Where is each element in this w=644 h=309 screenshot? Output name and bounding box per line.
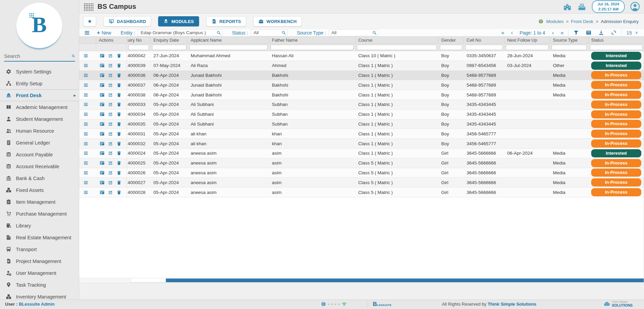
view-details-icon[interactable]: [100, 151, 105, 156]
table-row[interactable]: 4000042 27-Jun-2024 Muhammad Ahmed Hassa…: [79, 51, 644, 61]
delete-icon[interactable]: [116, 73, 122, 78]
table-row[interactable]: 4000024 05-Apr-2024 aneesa asim asim Cla…: [79, 149, 644, 158]
row-menu-icon[interactable]: [83, 122, 88, 127]
app-launcher-icon[interactable]: [83, 3, 93, 11]
sidebar-item-real-estate-management[interactable]: Real Estate Management: [0, 231, 79, 243]
page-size-select[interactable]: 15 ∨: [626, 30, 638, 36]
row-menu-icon[interactable]: [83, 131, 88, 136]
filter-input-cell-no[interactable]: [465, 45, 503, 50]
table-row[interactable]: 4000026 05-Apr-2024 aneesa asim asim Cla…: [79, 168, 644, 178]
edit-icon[interactable]: [108, 83, 113, 88]
horizontal-scrollbar[interactable]: [79, 278, 644, 282]
table-row[interactable]: 4000038 06-Apr-2024 Junaid Bakhshi Bakhs…: [79, 90, 644, 100]
row-menu-icon[interactable]: [83, 190, 88, 195]
delete-icon[interactable]: [116, 53, 122, 58]
edit-icon[interactable]: [108, 180, 113, 185]
delete-icon[interactable]: [116, 102, 122, 107]
row-menu-icon[interactable]: [83, 180, 88, 185]
col-header-status[interactable]: Status: [588, 37, 644, 43]
row-menu-icon[interactable]: [83, 141, 88, 146]
status-badge[interactable]: In-Process: [591, 159, 641, 167]
edit-icon[interactable]: [108, 102, 113, 107]
status-badge[interactable]: In-Process: [591, 169, 641, 177]
view-details-icon[interactable]: [100, 92, 105, 97]
edit-icon[interactable]: [108, 112, 113, 117]
tab-modules[interactable]: MODULES: [158, 16, 199, 26]
sidebar-item-student-management[interactable]: Student Management: [0, 113, 79, 125]
breadcrumb-front-desk[interactable]: Front Desk: [571, 19, 593, 24]
status-badge[interactable]: Interested: [591, 149, 641, 157]
row-menu-icon[interactable]: [83, 63, 88, 68]
previous-page-button[interactable]: ‹: [511, 30, 513, 36]
campus-icon[interactable]: [563, 2, 572, 11]
sidebar-item-purchase-management[interactable]: Purchase Management: [0, 208, 79, 220]
col-header-enquiry-date[interactable]: Enquiry Date: [151, 37, 188, 43]
status-badge[interactable]: In-Process: [591, 101, 641, 109]
edit-icon[interactable]: [108, 92, 113, 97]
sidebar-item-general-ledger[interactable]: General Ledger: [0, 137, 79, 149]
first-page-button[interactable]: «: [501, 30, 504, 36]
sidebar-item-inventory-management[interactable]: Inventory Management: [0, 291, 79, 300]
filter-input-father-name[interactable]: [271, 45, 354, 50]
filter-input-course[interactable]: [357, 45, 437, 50]
row-menu-icon[interactable]: [83, 170, 88, 175]
table-row[interactable]: 4000028 05-Apr-2024 aneesa asim asim Cla…: [79, 187, 644, 197]
row-menu-icon[interactable]: [83, 112, 88, 117]
source-type-search-icon[interactable]: [372, 30, 377, 35]
filter-icon[interactable]: [573, 30, 579, 36]
status-badge[interactable]: In-Process: [591, 110, 641, 118]
copyright-company-link[interactable]: Think Simple Solutions: [488, 302, 536, 307]
view-details-icon[interactable]: [100, 131, 105, 136]
table-row[interactable]: 4000025 05-Apr-2024 aneesa asim asim Cla…: [79, 158, 644, 168]
filter-input-applicant-name[interactable]: [189, 45, 267, 50]
user-link[interactable]: BLessuite Admin: [19, 302, 55, 307]
next-page-button[interactable]: ›: [552, 30, 554, 36]
refresh-icon[interactable]: [611, 30, 617, 36]
sidebar-item-front-desk[interactable]: Front Desk ▸: [0, 89, 79, 101]
table-row[interactable]: 4000037 06-Apr-2024 Junaid Bakhshi Bakhs…: [79, 80, 644, 90]
delete-icon[interactable]: [116, 180, 122, 185]
edit-icon[interactable]: [108, 170, 113, 175]
filter-input-enquiry-date[interactable]: [152, 45, 186, 50]
sidebar-item-human-resource[interactable]: Human Resource: [0, 125, 79, 137]
view-details-icon[interactable]: [100, 63, 105, 68]
view-details-icon[interactable]: [100, 112, 105, 117]
search-icon[interactable]: [71, 53, 75, 59]
row-menu-icon[interactable]: [83, 73, 88, 78]
row-menu-icon[interactable]: [83, 151, 88, 156]
edit-icon[interactable]: [108, 160, 113, 165]
table-row[interactable]: 4000033 05-Apr-2024 Ali Subhani Subhan C…: [79, 100, 644, 110]
breadcrumb-modules[interactable]: Modules: [546, 19, 563, 24]
status-badge[interactable]: Interested: [591, 52, 641, 60]
delete-icon[interactable]: [116, 190, 122, 195]
sidebar-item-bank-cash[interactable]: Bank & Cash: [0, 172, 79, 184]
table-row[interactable]: 4000031 05-Apr-2024 ali khan khan Class …: [79, 129, 644, 139]
last-page-button[interactable]: »: [560, 30, 563, 36]
delete-icon[interactable]: [116, 141, 122, 146]
delete-icon[interactable]: [116, 92, 122, 97]
sidebar-item-item-management[interactable]: Item Management: [0, 196, 79, 208]
sidebar-item-task-tracking[interactable]: Task Tracking: [0, 279, 79, 291]
status-badge[interactable]: In-Process: [591, 81, 641, 89]
new-button[interactable]: + New: [97, 30, 111, 36]
view-details-icon[interactable]: [100, 122, 105, 127]
col-header-cell-no[interactable]: Cell No: [464, 37, 505, 43]
user-avatar[interactable]: [630, 2, 640, 12]
tab-reports[interactable]: REPORTS: [206, 16, 246, 26]
search-input[interactable]: [4, 53, 71, 59]
row-menu-icon[interactable]: [83, 102, 88, 107]
table-row[interactable]: 4000039 07-May-2024 Ali Raza Ahmed Class…: [79, 61, 644, 71]
delete-icon[interactable]: [116, 112, 122, 117]
delete-icon[interactable]: [116, 63, 122, 68]
status-badge[interactable]: In-Process: [591, 139, 641, 148]
filter-input-status[interactable]: [590, 45, 643, 50]
edit-icon[interactable]: [108, 131, 113, 136]
sidebar-item-project-management[interactable]: Project Management: [0, 255, 79, 267]
col-header-father-name[interactable]: Father Name: [269, 37, 356, 43]
status-badge[interactable]: In-Process: [591, 188, 641, 196]
source-type-input[interactable]: [329, 29, 378, 36]
tab-dashboard[interactable]: DASHBOARD: [104, 16, 151, 26]
grid-menu-icon[interactable]: [84, 30, 90, 36]
entity-search-icon[interactable]: [216, 30, 221, 35]
sidebar-item-account-receivable[interactable]: Account Receivable: [0, 160, 79, 172]
